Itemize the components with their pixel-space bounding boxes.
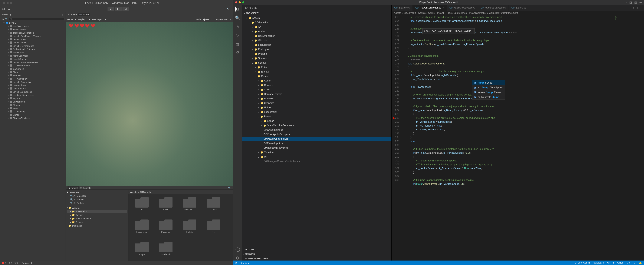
- run-icon[interactable]: ▷: [634, 7, 634, 9]
- hierarchy-item[interactable]: ▸ ----- UI -----: [0, 51, 66, 54]
- hierarchy-item[interactable]: ▸ HealthCanvas: [0, 57, 66, 61]
- folder-item[interactable]: Art: [132, 197, 152, 217]
- tree-folder[interactable]: ⌄📁Game: [242, 74, 392, 78]
- tree-folder[interactable]: ⌄📁3DGamekit: [242, 20, 392, 25]
- tree-file[interactable]: C#RespawnPlayer.cs: [242, 146, 392, 150]
- tree-folder[interactable]: ›📁DamageSystem: [242, 92, 392, 96]
- tree-folder[interactable]: ›📁Gizmos: [242, 38, 392, 43]
- tree-folder[interactable]: ›📁Audio: [242, 78, 392, 83]
- tree-folder[interactable]: ⌄📁Scripts: [242, 61, 392, 65]
- more-icon[interactable]: ⋯: [640, 7, 642, 9]
- sidebar-toggle-icon[interactable]: ◨: [629, 1, 632, 4]
- hierarchy-menu-icon[interactable]: ⋮: [62, 13, 64, 16]
- folder-item[interactable]: Prefabs: [179, 220, 200, 239]
- favorite-item[interactable]: 🔍 All Prefabs: [66, 201, 128, 205]
- feedback-icon[interactable]: ☺: [633, 262, 636, 264]
- search-icon[interactable]: 🔍: [235, 15, 240, 20]
- console-tab[interactable]: ▤ Console: [80, 187, 91, 189]
- breadcrumb-folder[interactable]: 3DGamekit: [140, 191, 151, 193]
- hierarchy-scene-row[interactable]: ▾🔷 Level1: [0, 21, 66, 24]
- editor-tab[interactable]: C#Bloom.cs: [509, 5, 529, 11]
- breadcrumb[interactable]: Assets › 3DGamekit › Scripts › Game › Pl…: [392, 11, 644, 15]
- hierarchy-item[interactable]: ▸ Ellen: [0, 70, 66, 74]
- folder-item[interactable]: Scripts: [132, 242, 152, 261]
- project-tree[interactable]: ★Favorites 🔍 All Materials🔍 All Models🔍 …: [66, 190, 128, 261]
- tree-file[interactable]: C#PlayerInput.cs: [242, 141, 392, 146]
- asset-tree-item[interactable]: ▸ 📁 Polybrush Data: [66, 217, 128, 220]
- suggest-widget[interactable]: ▣jumpSpeed▣k_JumpAbortSpeed▣emoteJumpPla…: [472, 80, 505, 100]
- tree-file[interactable]: C#Checkpoint.cs: [242, 128, 392, 132]
- split-icon[interactable]: ▥: [637, 7, 638, 9]
- explorer-icon[interactable]: 🗎: [236, 6, 240, 11]
- hierarchy-item[interactable]: ▸ Lights: [0, 113, 66, 116]
- search-icon[interactable]: 🔍: [227, 8, 229, 10]
- hierarchy-item[interactable]: ▸ ----- System -----: [0, 24, 66, 28]
- display-dropdown[interactable]: Display 1: [78, 18, 87, 20]
- layers-dropdown[interactable]: ▾: [230, 8, 231, 10]
- tree-folder[interactable]: ›📁Enemies: [242, 96, 392, 101]
- hierarchy-item[interactable]: ▸ Level01Audio: [0, 41, 66, 44]
- lang-status[interactable]: C#: [627, 262, 630, 264]
- tree-folder[interactable]: ⌄📁Player: [242, 114, 392, 119]
- tree-folder[interactable]: ⌄📁UI: [242, 155, 392, 159]
- play-focused[interactable]: Play Focused: [216, 18, 228, 20]
- step-button[interactable]: ▶|: [122, 7, 129, 11]
- hierarchy-item[interactable]: ▸ Level01ReverbZones: [0, 44, 66, 47]
- errors-status[interactable]: ⊘ 0 ⚠ 0: [240, 262, 249, 264]
- hierarchy-item[interactable]: ▸ Level01PostProcessVolume: [0, 34, 66, 38]
- folder-item[interactable]: R...: [203, 220, 224, 239]
- hierarchy-tree[interactable]: ▾🔷 Level1▸ ----- System -----▸ Transitio…: [0, 21, 66, 261]
- solution-section[interactable]: ›SOLUTION EXPLORER: [242, 256, 392, 261]
- hierarchy-item[interactable]: ▸ CameraRig: [0, 67, 66, 70]
- folder-item[interactable]: Document...: [179, 197, 200, 217]
- cursor-position[interactable]: Ln 289, Col 43: [574, 262, 590, 264]
- tree-folder[interactable]: ›📁Editor: [242, 65, 392, 69]
- breadcrumb-part[interactable]: Scripts: [418, 12, 426, 14]
- tree-file[interactable]: C#CheckpointGroup.cs: [242, 132, 392, 137]
- hierarchy-item[interactable]: ▸ MenuCanvases: [0, 54, 66, 57]
- breadcrumb-assets[interactable]: Assets: [130, 191, 137, 193]
- explorer-more-icon[interactable]: ⋯: [386, 6, 388, 9]
- source-control-icon[interactable]: ⑃: [236, 24, 239, 29]
- breadcrumb-part[interactable]: Assets: [394, 12, 401, 14]
- hierarchy-item[interactable]: ▸ DeathVolume: [0, 87, 66, 90]
- hierarchy-item[interactable]: ▸ Level01Music: [0, 38, 66, 41]
- bell-icon[interactable]: 🔔: [639, 262, 642, 264]
- tree-folder[interactable]: ⌄📁Assets: [242, 16, 392, 20]
- minimap[interactable]: ███ ██ ██████ ███ ██████ ██ ████ ██ ████…: [614, 15, 644, 261]
- tree-folder[interactable]: ›📁Graphics: [242, 101, 392, 105]
- tree-folder[interactable]: ›📁Packages: [242, 47, 392, 52]
- hierarchy-item[interactable]: ▸ Level01InformationZones: [0, 61, 66, 64]
- hierarchy-item[interactable]: ▸ Environment: [0, 100, 66, 103]
- suggest-item[interactable]: ▣m_ReadyToJump: [472, 95, 505, 99]
- suggest-item[interactable]: ▣k_JumpAbortSpeed: [472, 85, 505, 90]
- breadcrumb-part[interactable]: 3DGamekit: [404, 12, 416, 14]
- editor-tab[interactable]: C#RuntimeUtilities.cs: [478, 5, 509, 11]
- more-icon[interactable]: ⋯: [639, 1, 642, 4]
- breadcrumb-part[interactable]: CalculateVerticalMovement: [489, 12, 518, 14]
- tree-file[interactable]: C#DialogueCanvasController.cs: [242, 159, 392, 164]
- hierarchy-item[interactable]: ▸ TransitionStart: [0, 28, 66, 31]
- game-dropdown[interactable]: Game: [67, 18, 73, 20]
- cloud-icon[interactable]: ☁: [8, 8, 10, 10]
- account-dropdown[interactable]: ◉ JE ▾: [2, 8, 7, 10]
- hierarchy-item[interactable]: ▸ TransitionDestination: [0, 31, 66, 34]
- folder-item[interactable]: TutorialInfo: [155, 242, 176, 261]
- panel-toggle-icon[interactable]: ▭: [624, 1, 627, 4]
- game-tab[interactable]: 🎮 Game: [78, 13, 90, 16]
- hierarchy-search[interactable]: [9, 17, 64, 20]
- hierarchy-item[interactable]: ▸ ShadowBlockers: [0, 116, 66, 120]
- timeline-section[interactable]: ›TIMELINE: [242, 252, 392, 256]
- hierarchy-item[interactable]: ▸ ----- Lighting -----: [0, 110, 66, 113]
- asset-tree-item[interactable]: ▸ 📁 3DGamekit: [66, 210, 128, 213]
- project-tab[interactable]: ■ Project: [68, 186, 79, 190]
- tree-file[interactable]: C#PlayerController.cs: [242, 137, 392, 141]
- tree-folder[interactable]: ›📁Helpers: [242, 105, 392, 110]
- folder-item[interactable]: Localization: [132, 220, 152, 239]
- layout-icon[interactable]: ▥: [634, 1, 637, 4]
- breadcrumb-part[interactable]: Player: [437, 12, 444, 14]
- aspect-dropdown[interactable]: Free Aspect: [92, 18, 103, 20]
- tree-folder[interactable]: ›📁Camera: [242, 83, 392, 87]
- hierarchy-item[interactable]: ▸ Level01Gameplay: [0, 80, 66, 84]
- account-icon[interactable]: ◯: [236, 247, 240, 252]
